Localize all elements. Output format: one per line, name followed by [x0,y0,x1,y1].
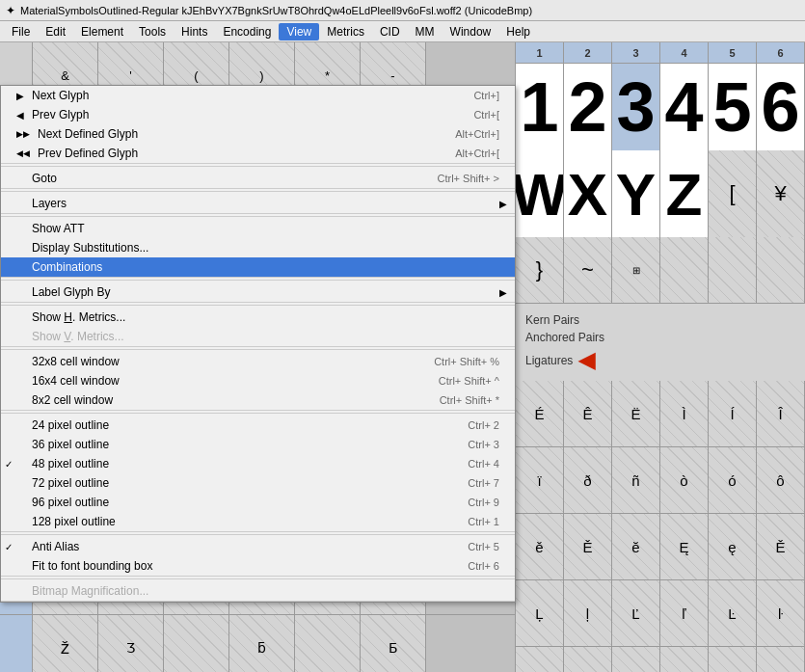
menu-combinations[interactable]: Combinations [1,257,515,277]
right-sm2-4[interactable]: ò [660,447,709,513]
grid-cell-special2[interactable] [164,615,229,672]
right-sm-6[interactable]: Î [757,381,805,446]
menu-anti-alias[interactable]: ✓ Anti Alias Ctrl+ 5 [1,537,515,556]
menu-element[interactable]: Element [73,23,131,40]
right-cell-2[interactable]: 2 [564,64,612,150]
right-cell-tilde[interactable]: ~ [564,237,612,303]
right-sm3-3[interactable]: ĕ [612,514,660,579]
menu-36px[interactable]: 36 pixel outline Ctrl+ 3 [1,435,515,454]
right-cell-empty1[interactable] [660,237,709,303]
window-title: MaterialSymbolsOutlined-Regular kJEhBvYX… [20,5,532,16]
right-sm2-6[interactable]: ô [757,447,805,513]
right-sm2-2[interactable]: ð [564,447,612,513]
menu-24px[interactable]: 24 pixel outline Ctrl+ 2 [1,416,515,435]
grid-cell-special3[interactable]: ƃ [229,615,295,672]
main-area: & ' ( ) * - L M N O P L M N O P [0,42,805,672]
right-sm2-5[interactable]: ó [709,447,757,513]
48px-shortcut: Ctrl+ 4 [468,458,499,470]
right-sm-2[interactable]: Ê [564,381,612,446]
right-sm5-2[interactable]: Ţ [564,647,612,672]
menu-cid[interactable]: CID [372,23,408,40]
menu-window[interactable]: Window [443,23,499,40]
menu-mm[interactable]: MM [408,23,443,40]
right-cell-1[interactable]: 1 [516,64,564,150]
menu-metrics[interactable]: Metrics [319,23,372,40]
grid-cell-special1[interactable]: Ʒ [98,615,164,672]
right-sm4-1[interactable]: Ļ [516,580,564,646]
right-sm3-6[interactable]: Ě [757,514,805,579]
menu-16x4[interactable]: 16x4 cell window Ctrl+ Shift+ ^ [1,371,515,390]
menu-next-defined[interactable]: ▶▶ Next Defined Glyph Alt+Ctrl+] [1,124,515,144]
show-att-label: Show ATT [32,222,84,235]
menu-show-h-metrics[interactable]: Show H. Metrics... [1,308,515,327]
menu-file[interactable]: File [4,23,38,40]
menu-encoding[interactable]: Encoding [215,23,279,40]
menu-next-glyph[interactable]: ▶ Next Glyph Ctrl+] [1,86,515,105]
right-cell-3-sel[interactable]: 3 [612,64,660,150]
right-cell-W[interactable]: W [516,150,564,237]
grid-cell-special4[interactable] [295,615,361,672]
right-cell-empty3[interactable] [757,237,805,303]
menu-display-sub[interactable]: Display Substitutions... [1,238,515,257]
right-sm4-2[interactable]: ļ [564,580,612,646]
menu-prev-glyph[interactable]: ◀ Prev Glyph Ctrl+[ [1,105,515,124]
menu-prev-defined[interactable]: ◀◀ Prev Defined Glyph Alt+Ctrl+[ [1,144,515,163]
32x8-shortcut: Ctrl+ Shift+ % [434,356,499,367]
menu-fit-to-font[interactable]: Fit to font bounding box Ctrl+ 6 [1,556,515,576]
right-sm3-2[interactable]: Ě [564,514,612,579]
menu-48px[interactable]: ✓ 48 pixel outline Ctrl+ 4 [1,454,515,473]
right-sm5-6[interactable]: Ŧ [757,647,805,672]
right-sm3-4[interactable]: Ę [660,514,709,579]
96px-label: 96 pixel outline [32,496,109,509]
right-sm-5[interactable]: Í [709,381,757,446]
right-sm4-5[interactable]: Ŀ [709,580,757,646]
right-sm2-1[interactable]: ï [516,447,564,513]
menu-72px[interactable]: 72 pixel outline Ctrl+ 7 [1,473,515,493]
right-cell-yen[interactable]: ¥ [757,150,805,237]
right-sm-3[interactable]: Ë [612,381,660,446]
right-sm4-4[interactable]: ľ [660,580,709,646]
right-cell-bracket[interactable]: [ [709,150,757,237]
right-cell-unicode[interactable]: ⊞ [612,237,660,303]
menu-view[interactable]: View [279,23,319,40]
right-sm-1[interactable]: É [516,381,564,446]
right-cell-6[interactable]: 6 [757,64,805,150]
menu-hints[interactable]: Hints [174,23,215,40]
grid-cell-special5[interactable]: Ƃ [361,615,426,672]
right-cell-brace[interactable]: } [516,237,564,303]
right-sm5-4[interactable]: Ť [660,647,709,672]
right-sm5-5[interactable]: ť [709,647,757,672]
right-sm4-3[interactable]: Ľ [612,580,660,646]
menu-label-glyph-by[interactable]: Label Glyph By ▶ [1,282,515,302]
menu-128px[interactable]: 128 pixel outline Ctrl+ 1 [1,512,515,531]
right-header-5: 5 [709,42,757,63]
right-cell-4[interactable]: 4 [660,64,709,150]
menu-help[interactable]: Help [498,23,538,40]
right-cell-Y[interactable]: Y [612,150,660,237]
right-header-6: 6 [757,42,805,63]
right-sm3-5[interactable]: ę [709,514,757,579]
right-sm2-3[interactable]: ñ [612,447,660,513]
right-cell-X[interactable]: X [564,150,612,237]
menu-edit[interactable]: Edit [38,23,73,40]
menu-96px[interactable]: 96 pixel outline Ctrl+ 9 [1,493,515,512]
menu-show-att[interactable]: Show ATT [1,219,515,238]
grid-label-small6 [0,615,33,672]
right-sm-4[interactable]: Ì [660,381,709,446]
menu-32x8[interactable]: 32x8 cell window Ctrl+ Shift+ % [1,352,515,371]
menu-8x2[interactable]: 8x2 cell window Ctrl+ Shift+ * [1,390,515,410]
right-sm5-3[interactable]: ţ [612,647,660,672]
right-sm4-6[interactable]: ŀ [757,580,805,646]
right-cell-empty2[interactable] [709,237,757,303]
right-sm5-1[interactable]: Š [516,647,564,672]
title-bar: ✦ MaterialSymbolsOutlined-Regular kJEhBv… [0,0,805,21]
right-cell-5[interactable]: 5 [709,64,757,150]
menu-show-v-metrics: Show V. Metrics... [1,327,515,346]
menu-layers[interactable]: Layers ▶ [1,194,515,213]
right-cell-Z[interactable]: Z [660,150,709,237]
grid-cell-z1[interactable]: ž [33,615,98,672]
menu-tools[interactable]: Tools [131,23,174,40]
menu-goto[interactable]: Goto Ctrl+ Shift+ > [1,169,515,188]
right-sm3-1[interactable]: ě [516,514,564,579]
layers-submenu-arrow: ▶ [499,199,507,209]
